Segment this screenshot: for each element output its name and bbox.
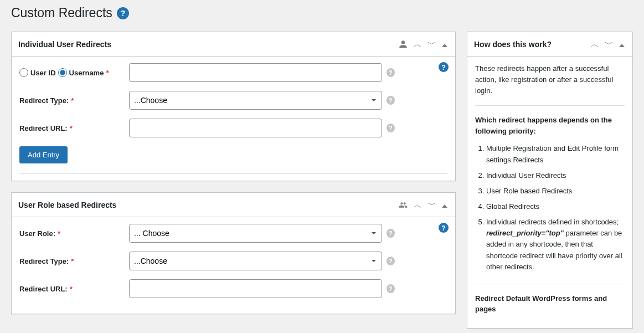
- field-help-icon[interactable]: ?: [387, 68, 395, 77]
- collapse-toggle[interactable]: [618, 40, 626, 49]
- required-marker: *: [71, 257, 74, 265]
- panel-header: How does this work? ︿ ﹀: [467, 32, 632, 57]
- divider: [475, 105, 625, 106]
- move-down-icon[interactable]: ﹀: [426, 201, 437, 209]
- radio-username[interactable]: Username: [58, 68, 104, 77]
- redirect-url-label: Redirect URL:: [19, 285, 68, 293]
- panel-header: User Role based Redirects ︿ ﹀: [12, 193, 455, 217]
- move-up-icon[interactable]: ︿: [412, 40, 423, 49]
- users-icon: [398, 199, 409, 211]
- radio-user-id-label: User ID: [30, 69, 56, 77]
- redirect-url-label: Redirect URL:: [19, 124, 68, 132]
- required-marker: *: [71, 96, 74, 105]
- collapse-toggle[interactable]: [441, 201, 449, 209]
- sidebar-title: How does this work?: [474, 40, 589, 49]
- field-help-icon[interactable]: ?: [387, 229, 395, 238]
- field-help-icon[interactable]: ?: [387, 257, 395, 265]
- default-heading: Redirect Default WordPress forms and pag…: [475, 293, 625, 315]
- username-input[interactable]: [129, 63, 382, 82]
- required-marker: *: [70, 285, 73, 293]
- user-role-select[interactable]: ... Choose: [129, 224, 382, 243]
- panel-individual-user-redirects: Individual User Redirects ︿ ﹀ ?: [11, 32, 456, 181]
- panel-how-does-this-work: How does this work? ︿ ﹀ These redirects …: [467, 32, 633, 329]
- radio-user-id[interactable]: User ID: [19, 68, 56, 77]
- add-entry-button[interactable]: Add Entry: [19, 146, 68, 163]
- required-marker: *: [58, 229, 60, 238]
- list-item: User Role based Redirects: [486, 186, 625, 197]
- list-item-code: redirect_priority="top": [486, 229, 564, 237]
- list-item-text: Individual redirects defined in shortcod…: [486, 218, 619, 226]
- redirect-type-select[interactable]: ...Choose: [129, 252, 382, 270]
- radio-user-id-input[interactable]: [19, 68, 28, 77]
- redirect-url-input[interactable]: [129, 119, 382, 137]
- redirect-type-label: Redirect Type:: [19, 96, 69, 105]
- redirect-type-label: Redirect Type:: [19, 257, 69, 265]
- panel-help-icon[interactable]: ?: [439, 223, 449, 233]
- priority-heading: Which redirect happens depends on the fo…: [475, 115, 625, 136]
- move-down-icon[interactable]: ﹀: [604, 40, 615, 49]
- panel-help-icon[interactable]: ?: [439, 62, 449, 72]
- collapse-toggle[interactable]: [441, 40, 449, 49]
- help-icon[interactable]: ?: [117, 7, 129, 19]
- field-help-icon[interactable]: ?: [387, 284, 395, 293]
- user-role-label: User Role:: [19, 229, 55, 238]
- page-title: Custom Redirects ?: [11, 6, 633, 21]
- move-down-icon[interactable]: ﹀: [426, 40, 437, 49]
- priority-list: Multiple Registration and Edit Profile f…: [475, 143, 625, 272]
- page-title-text: Custom Redirects: [11, 6, 112, 21]
- move-up-icon[interactable]: ︿: [589, 40, 600, 49]
- list-item: Global Redirects: [486, 201, 625, 212]
- list-item: Individual redirects defined in shortcod…: [486, 217, 625, 273]
- list-item: Multiple Registration and Edit Profile f…: [486, 143, 625, 165]
- field-help-icon[interactable]: ?: [387, 124, 395, 132]
- sidebar-intro: These redirects happen after a successfu…: [475, 63, 625, 96]
- divider: [19, 173, 447, 174]
- required-marker: *: [70, 124, 73, 132]
- panel-header: Individual User Redirects ︿ ﹀: [12, 32, 455, 57]
- radio-username-input[interactable]: [58, 68, 67, 77]
- panel-role-title: User Role based Redirects: [18, 201, 398, 209]
- radio-username-label: Username: [69, 69, 104, 77]
- move-up-icon[interactable]: ︿: [412, 201, 423, 209]
- field-help-icon[interactable]: ?: [387, 96, 395, 105]
- redirect-url-input[interactable]: [129, 279, 382, 298]
- panel-individual-title: Individual User Redirects: [18, 40, 398, 49]
- required-marker: *: [106, 69, 109, 77]
- user-icon: [398, 39, 409, 50]
- redirect-type-select[interactable]: ...Choose: [129, 91, 382, 110]
- divider: [475, 284, 625, 284]
- list-item: Individual User Redirects: [486, 170, 625, 181]
- panel-user-role-redirects: User Role based Redirects ︿ ﹀ ? U: [11, 192, 456, 314]
